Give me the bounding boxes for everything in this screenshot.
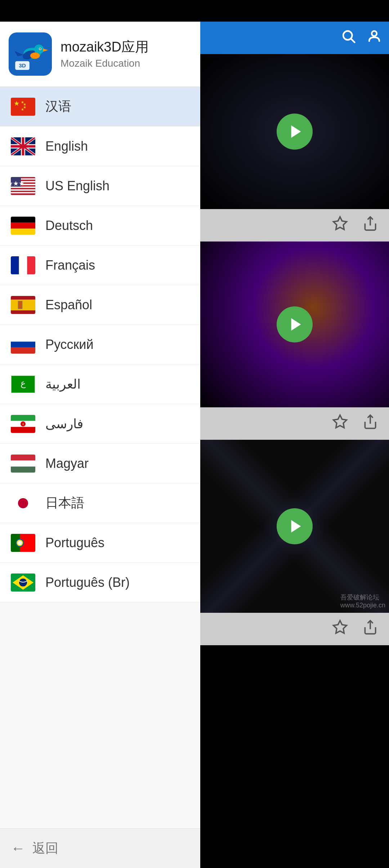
svg-rect-55 — [11, 347, 35, 354]
language-label: English — [45, 139, 88, 154]
app-title: mozaik3D应用 — [61, 39, 149, 56]
svg-text:☀: ☀ — [22, 423, 24, 425]
bottom-bar: ← 返回 — [0, 828, 200, 868]
svg-rect-53 — [11, 336, 35, 342]
video-section-2 — [200, 242, 389, 407]
back-label[interactable]: 返回 — [32, 840, 58, 857]
language-item[interactable]: Français — [0, 245, 200, 285]
flag-ru — [11, 336, 35, 354]
language-label: Deutsch — [45, 218, 93, 233]
svg-rect-47 — [19, 256, 27, 274]
svg-text:ع: ع — [21, 378, 26, 388]
flag-fr — [11, 256, 35, 274]
search-icon[interactable] — [341, 28, 356, 47]
flag-cn: ★ ★ ★ ★ ★ — [11, 98, 35, 116]
svg-rect-61 — [11, 427, 35, 433]
language-item[interactable]: Español — [0, 285, 200, 325]
language-list: ★ ★ ★ ★ ★ 汉语 — [0, 87, 200, 828]
language-label: 日本語 — [45, 494, 84, 512]
flag-br — [11, 574, 35, 592]
star-icon-3[interactable] — [332, 619, 348, 639]
svg-rect-36 — [11, 188, 35, 189]
app-info: mozaik3D应用 Mozaik Education — [61, 39, 149, 69]
language-label: 汉语 — [45, 98, 71, 115]
right-panel: 吾爱破解论坛www.52pojie.cn — [200, 22, 389, 868]
app-icon: 3D — [9, 32, 52, 76]
svg-rect-43 — [11, 217, 35, 223]
svg-point-73 — [18, 541, 22, 545]
language-item[interactable]: Português — [0, 523, 200, 563]
language-label: Português (Br) — [45, 575, 130, 590]
play-button-2[interactable] — [277, 306, 313, 342]
svg-point-68 — [18, 498, 28, 508]
flag-hu — [11, 455, 35, 473]
profile-icon[interactable] — [367, 28, 382, 47]
svg-rect-44 — [11, 222, 35, 229]
language-label: Русский — [45, 337, 94, 352]
flag-ir: ☀ — [11, 415, 35, 433]
action-row-3 — [200, 613, 389, 645]
watermark: 吾爱破解论坛www.52pojie.cn — [340, 593, 385, 609]
language-label: Français — [45, 258, 95, 273]
language-item[interactable]: 日本語 — [0, 483, 200, 523]
language-item[interactable]: ع العربية — [0, 364, 200, 404]
svg-rect-64 — [11, 455, 35, 461]
flag-es — [11, 296, 35, 314]
language-label: فارسی — [45, 416, 83, 431]
svg-rect-38 — [11, 191, 35, 192]
language-label: Magyar — [45, 456, 89, 471]
language-label: Español — [45, 297, 92, 313]
svg-marker-84 — [334, 415, 347, 428]
svg-marker-87 — [334, 621, 347, 633]
svg-rect-65 — [11, 460, 35, 466]
left-panel: 3D mozaik3D应用 Mozaik Education ★ ★ ★ ★ — [0, 22, 200, 868]
svg-point-79 — [372, 31, 377, 36]
language-label: العربية — [45, 377, 81, 392]
share-icon-2[interactable] — [362, 414, 378, 433]
flag-ar: ع — [11, 375, 35, 393]
language-item[interactable]: ★★★ US English — [0, 166, 200, 206]
star-icon-1[interactable] — [332, 216, 348, 235]
language-item[interactable]: Magyar — [0, 444, 200, 483]
language-item[interactable]: Deutsch — [0, 206, 200, 245]
video-section-3: 吾爱破解论坛www.52pojie.cn — [200, 440, 389, 613]
svg-text:★★★: ★★★ — [11, 180, 24, 187]
language-label: US English — [45, 178, 109, 194]
share-icon-3[interactable] — [362, 619, 378, 639]
svg-rect-37 — [11, 189, 35, 191]
svg-rect-40 — [11, 193, 35, 195]
star-icon-2[interactable] — [332, 414, 348, 433]
flag-us: ★★★ — [11, 177, 35, 195]
svg-rect-50 — [11, 300, 35, 310]
app-header: 3D mozaik3D应用 Mozaik Education — [0, 22, 200, 87]
status-bar — [0, 0, 389, 22]
language-item[interactable]: ★ ★ ★ ★ ★ 汉语 — [0, 87, 200, 127]
language-item[interactable]: Português (Br) — [0, 563, 200, 602]
video-section-1 — [200, 54, 389, 209]
main-layout: 3D mozaik3D应用 Mozaik Education ★ ★ ★ ★ — [0, 22, 389, 868]
share-icon-1[interactable] — [362, 216, 378, 235]
svg-point-6 — [40, 48, 41, 49]
play-button-3[interactable] — [277, 508, 313, 544]
flag-de — [11, 217, 35, 235]
top-action-bar — [200, 22, 389, 54]
language-item[interactable]: Русский — [0, 325, 200, 364]
svg-point-9 — [30, 53, 40, 59]
language-item[interactable]: ☀ فارسی — [0, 404, 200, 444]
svg-text:★: ★ — [21, 107, 24, 111]
svg-marker-83 — [291, 318, 301, 331]
svg-rect-66 — [11, 466, 35, 473]
svg-rect-39 — [11, 192, 35, 193]
flag-pt — [11, 534, 35, 552]
svg-rect-59 — [11, 415, 35, 421]
play-button-1[interactable] — [277, 114, 313, 150]
language-label: Português — [45, 535, 104, 550]
svg-text:★: ★ — [14, 100, 19, 107]
svg-marker-81 — [334, 217, 347, 230]
language-item[interactable]: English — [0, 127, 200, 166]
action-row-1 — [200, 209, 389, 242]
back-arrow-icon: ← — [11, 840, 25, 856]
svg-rect-51 — [18, 301, 22, 309]
svg-line-78 — [351, 39, 355, 43]
app-subtitle: Mozaik Education — [61, 58, 149, 69]
